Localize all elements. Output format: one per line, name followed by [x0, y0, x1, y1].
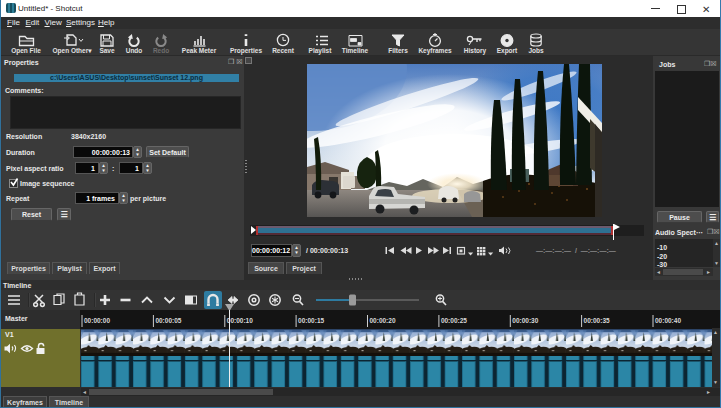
svg-text:00:00:30: 00:00:30 [512, 317, 538, 324]
svg-text:00:00:10: 00:00:10 [227, 317, 253, 324]
svg-text:00:00:00: 00:00:00 [84, 317, 110, 324]
svg-text:00:00:20: 00:00:20 [370, 317, 396, 324]
svg-text:00:00:35: 00:00:35 [584, 317, 610, 324]
svg-text:00:00:25: 00:00:25 [441, 317, 467, 324]
svg-text:00:00:40: 00:00:40 [655, 317, 681, 324]
svg-text:00:00:05: 00:00:05 [155, 317, 181, 324]
svg-text:00:00:15: 00:00:15 [298, 317, 324, 324]
